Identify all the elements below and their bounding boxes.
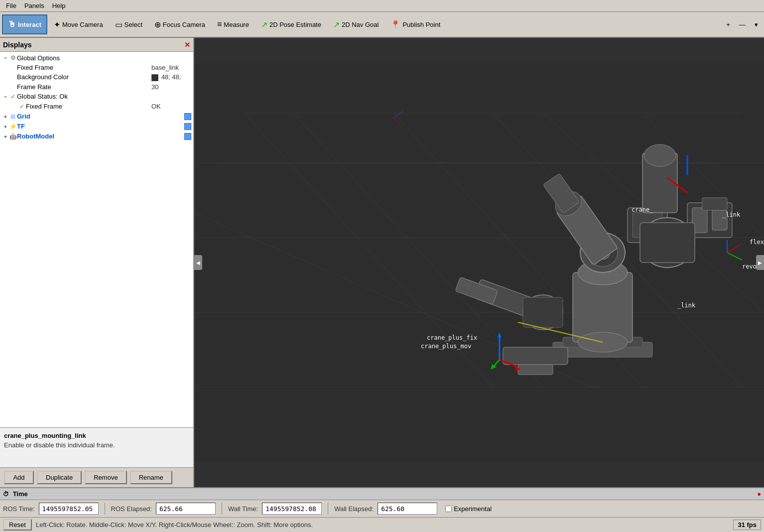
move-camera-label: Move Camera [62,21,103,28]
ros-time-value: 1495597852.05 [39,503,99,515]
menu-file[interactable]: File [2,1,20,10]
svg-rect-35 [640,223,695,263]
info-bar: Reset Left-Click: Rotate. Middle-Click: … [0,517,764,532]
robot-model-toggle[interactable]: + [2,133,9,139]
displays-close-btn[interactable]: ✕ [184,41,190,49]
toolbar-move-camera[interactable]: ✦ Move Camera [48,14,109,34]
collapse-right-arrow[interactable]: ▶ [756,255,764,270]
time-header: ⏱ Time ● [0,488,764,500]
tf-checkbox[interactable] [184,123,191,130]
focus-camera-label: Focus Camera [163,21,205,28]
tree-frame-rate: Frame Rate 30 [0,82,193,92]
ros-elapsed-value: 625.66 [156,503,216,515]
add-button[interactable]: Add [4,471,34,484]
tf-label: TF [17,123,184,130]
measure-label: Measure [224,21,249,28]
move-camera-icon: ✦ [54,20,60,29]
svg-rect-32 [702,198,727,210]
3d-viewport[interactable]: crane_ _link flex_link revolute_link _li… [194,38,764,487]
experimental-checkbox[interactable] [445,506,452,512]
displays-header: Displays ✕ [0,38,193,52]
toolbar-minus-btn[interactable]: — [736,18,748,30]
svg-text:_link: _link [722,211,741,218]
grid-toggle[interactable]: + [2,114,9,120]
pose-estimate-label: 2D Pose Estimate [269,21,321,28]
remove-button[interactable]: Remove [85,471,127,484]
check-icon: ✓ [9,93,17,101]
time-sep-3 [328,503,328,515]
nav-goal-icon: ↗ [333,20,340,29]
collapse-left-arrow[interactable]: ◀ [194,255,202,270]
main-area: Displays ✕ − ⚙ Global Options Fixed Fram… [0,38,764,487]
tree-robot-model: + 🤖 RobotModel [0,132,193,141]
menu-panels[interactable]: Panels [20,1,48,10]
experimental-checkbox-area: Experimental [445,505,492,513]
time-close-btn[interactable]: ● [757,490,761,498]
svg-text:crane_: crane_ [632,206,653,213]
toolbar-select[interactable]: ▭ Select [110,14,148,34]
pose-estimate-icon: ↗ [261,20,267,29]
robot-model-label: RobotModel [17,133,184,140]
tf-icon: ⚡ [9,123,17,131]
clock-icon: ⏱ [3,491,9,498]
measure-icon: ≡ [217,20,222,29]
toolbar: 🖱 Interact ✦ Move Camera ▭ Select ⊕ Focu… [0,12,764,38]
fixed-frame-label: Fixed Frame [17,64,151,71]
time-sep-2 [222,503,222,515]
gear-icon: ⚙ [9,54,17,62]
toolbar-focus-camera[interactable]: ⊕ Focus Camera [149,14,211,34]
menubar: File Panels Help [0,0,764,12]
robot-model-icon: 🤖 [9,133,17,140]
menu-help[interactable]: Help [48,1,70,10]
toolbar-publish-point[interactable]: 📍 Publish Point [385,14,446,34]
svg-text:crane_plus_fix: crane_plus_fix [427,334,477,341]
rename-button[interactable]: Rename [130,471,172,484]
toolbar-interact[interactable]: 🖱 Interact [2,14,47,34]
time-title: ⏱ Time [3,490,28,498]
select-icon: ▭ [115,20,123,29]
select-label: Select [125,21,142,28]
toolbar-measure[interactable]: ≡ Measure [212,14,255,34]
ros-elapsed-label: ROS Elapsed: [111,505,152,513]
focus-camera-icon: ⊕ [154,20,161,29]
color-swatch [151,74,158,81]
button-panel: Add Duplicate Remove Rename [0,467,193,487]
fixed-frame-value: base_link [151,64,191,71]
duplicate-button[interactable]: Duplicate [37,471,82,484]
tree-fixed-frame: Fixed Frame base_link [0,63,193,72]
reset-button[interactable]: Reset [3,519,32,531]
desc-text: Enable or disable this individual frame. [4,441,189,449]
grid-checkbox[interactable] [184,113,191,120]
wall-elapsed-label: Wall Elapsed: [334,505,374,513]
global-status-toggle[interactable]: − [2,94,9,100]
tree-panel[interactable]: − ⚙ Global Options Fixed Frame base_link… [0,52,193,427]
info-text: Left-Click: Rotate. Middle-Click: Move X… [36,521,733,529]
description-panel: crane_plus_mounting_link Enable or disab… [0,427,193,467]
toolbar-chevron-btn[interactable]: ▾ [750,18,762,30]
wall-time-value: 1495597852.08 [262,503,322,515]
global-status-label: Global Status: Ok [17,93,191,100]
tree-global-options: − ⚙ Global Options [0,53,193,63]
publish-point-icon: 📍 [390,20,400,29]
statusbar: ⏱ Time ● ROS Time: 1495597852.05 ROS Ela… [0,487,764,532]
grid-label: Grid [17,113,184,120]
toolbar-pose-estimate[interactable]: ↗ 2D Pose Estimate [255,14,327,34]
svg-text:crane_plus_mov: crane_plus_mov [421,343,471,350]
tree-grid: + ⊞ Grid [0,112,193,122]
toolbar-nav-goal[interactable]: ↗ 2D Nav Goal [328,14,384,34]
tf-toggle[interactable]: + [2,124,9,130]
check-ok-icon: ✓ [18,103,26,111]
global-options-toggle[interactable]: − [2,55,9,61]
experimental-label: Experimental [454,505,492,513]
robot-model-checkbox[interactable] [184,133,191,140]
toolbar-add-btn[interactable]: + [722,18,734,30]
svg-text:flex_link: flex_link [750,239,764,246]
robot-svg: crane_ _link flex_link revolute_link _li… [194,38,764,487]
tree-background-color: Background Color 48; 48; [0,72,193,82]
time-sep-1 [105,503,105,515]
svg-rect-40 [503,347,568,365]
global-options-label: Global Options [17,54,191,62]
fixed-frame-ok-value: OK [151,103,191,110]
desc-title: crane_plus_mounting_link [4,432,189,439]
frame-rate-label: Frame Rate [17,83,151,91]
